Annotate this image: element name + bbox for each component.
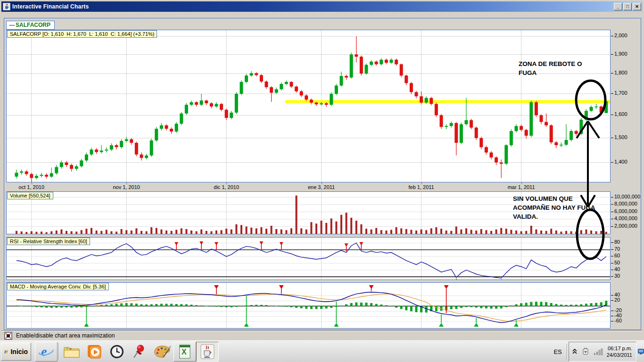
y-tick-mark (611, 256, 613, 256)
macd-label-box: MACD - Moving Average Conv. Div. [5.36] (7, 283, 109, 290)
start-button[interactable]: Inicio (1, 343, 31, 361)
close-button[interactable]: ✕ (633, 3, 641, 10)
taskbar-item-media-player[interactable] (83, 342, 106, 362)
series-legend[interactable]: —SALFACORP (6, 21, 55, 30)
price-info-box: SALFACORP [O: 1,610 H: 1,670 L: 1,610 C:… (7, 30, 157, 38)
y-tick-label: 6,000,000 (614, 208, 637, 214)
y-tick-label: 40 (614, 266, 620, 272)
rsi-panel[interactable]: RSI - Relative Strength Index [60] (6, 237, 611, 280)
x-tick-label: mar 1, 2011 (508, 184, 535, 190)
y-tick-mark (611, 321, 613, 321)
y-tick-mark (611, 93, 613, 94)
y-tick-label: 30 (614, 273, 620, 279)
x-tick-label: dic 1, 2010 (214, 184, 239, 190)
svg-text:X: X (182, 348, 187, 356)
maximize-chart-toggle-icon[interactable] (4, 332, 12, 340)
java-app-icon (200, 344, 215, 359)
macd-panel[interactable]: MACD - Moving Average Conv. Div. [5.36] (6, 282, 611, 329)
taskbar-item-file-explorer[interactable] (60, 342, 83, 362)
hide-icons-chevron-icon[interactable] (572, 348, 578, 355)
rsi-label-box: RSI - Relative Strength Index [60] (7, 238, 90, 245)
y-tick-mark (611, 249, 613, 250)
y-tick-mark (611, 276, 613, 277)
legend-symbol-label: SALFACORP (16, 22, 50, 28)
y-tick-label: 4,000,000 (614, 215, 637, 221)
taskbar-item-paint-palette[interactable] (151, 342, 173, 362)
y-tick-label: 80 (614, 239, 620, 245)
volume-label-box: Volume [550,524] (7, 192, 53, 199)
start-label: Inicio (10, 348, 28, 355)
y-tick-mark (611, 115, 613, 115)
taskbar-item-pushpin[interactable] (128, 342, 151, 362)
x-tick-label: ene 3, 2011 (308, 184, 335, 190)
y-tick-mark (611, 162, 613, 163)
y-tick-mark (611, 316, 613, 316)
internet-explorer-icon: e (38, 344, 54, 359)
window-title: Interactive Financial Charts (12, 3, 614, 10)
y-tick-mark (611, 300, 613, 301)
y-tick-label: 8,000,000 (614, 201, 637, 206)
y-tick-mark (611, 212, 613, 212)
minimize-button[interactable]: _ (614, 3, 622, 10)
windows-logo-icon (4, 348, 8, 355)
y-tick-label: 10,000,000 (614, 194, 640, 199)
tray-clock[interactable]: 06:17 p.m. 24/03/2011 (607, 345, 633, 358)
taskbar-item-clock-app[interactable] (106, 342, 128, 362)
y-tick-label: 1,400 (614, 159, 627, 165)
tray-time: 06:17 p.m. (607, 345, 632, 352)
palette-icon (154, 344, 171, 359)
app-window: Interactive Financial Charts _ □ ✕ —SALF… (0, 0, 644, 362)
taskbar: Inicio e (0, 340, 644, 362)
x-tick-label: nov 1, 2010 (113, 184, 140, 190)
y-tick-mark (611, 54, 613, 55)
y-tick-mark (611, 242, 613, 243)
y-tick-mark (611, 204, 613, 205)
y-tick-mark (611, 36, 613, 36)
x-tick-label: feb 1, 2011 (408, 184, 434, 190)
taskbar-item-java-app[interactable] (196, 342, 219, 362)
y-tick-label: 20 (614, 297, 620, 303)
y-tick-label: 50 (614, 260, 620, 265)
taskbar-item-excel[interactable]: X (173, 342, 196, 362)
clock-icon (109, 344, 124, 359)
show-desktop-icon (638, 349, 644, 354)
window-titlebar[interactable]: Interactive Financial Charts _ □ ✕ (1, 1, 643, 12)
java-coffee-icon (3, 3, 10, 10)
signal-strength-icon[interactable] (594, 348, 603, 355)
y-tick-mark (611, 295, 613, 296)
language-indicator[interactable]: ES (549, 348, 566, 355)
y-tick-label: -60 (614, 318, 622, 323)
y-tick-mark (611, 226, 613, 227)
y-tick-label: 1,700 (614, 90, 627, 96)
y-tick-label: 2,000,000 (614, 223, 637, 229)
show-desktop-button[interactable] (637, 342, 644, 361)
y-tick-label: 1,900 (614, 51, 627, 57)
media-player-icon (86, 344, 102, 359)
rsi-line-chart[interactable] (7, 238, 610, 280)
folder-icon (63, 345, 80, 359)
y-tick-label: 1,800 (614, 70, 627, 75)
y-tick-mark (611, 270, 613, 270)
status-bar: Enable/disable chart area maximization (1, 330, 643, 340)
annotation-volume-text: SIN VOLUMEN QUE ACOMPAÑE NO HAY FUGA VAL… (513, 194, 598, 221)
candlestick-chart[interactable] (7, 30, 610, 182)
status-text: Enable/disable chart area maximization (16, 332, 115, 339)
safely-remove-hardware-icon[interactable] (581, 347, 590, 356)
y-tick-label: 60 (614, 253, 620, 258)
system-tray: 06:17 p.m. 24/03/2011 (569, 342, 636, 362)
maximize-button[interactable]: □ (623, 3, 632, 10)
svg-text:e: e (41, 344, 47, 359)
tray-date: 24/03/2011 (607, 352, 632, 358)
y-tick-mark (611, 138, 613, 138)
y-tick-mark (611, 263, 613, 263)
taskbar-item-internet-explorer[interactable]: e (35, 342, 58, 362)
price-chart-panel[interactable]: SALFACORP [O: 1,610 H: 1,670 L: 1,610 C:… (6, 30, 611, 182)
y-tick-label: 1,500 (614, 134, 627, 140)
y-tick-label: 2,000 (614, 33, 627, 38)
pushpin-icon (132, 344, 147, 359)
quick-launch-separator (58, 343, 59, 360)
x-tick-label: oct 1, 2010 (19, 184, 44, 190)
y-tick-mark (611, 219, 613, 219)
y-tick-label: 70 (614, 246, 620, 252)
y-tick-mark (611, 311, 613, 311)
